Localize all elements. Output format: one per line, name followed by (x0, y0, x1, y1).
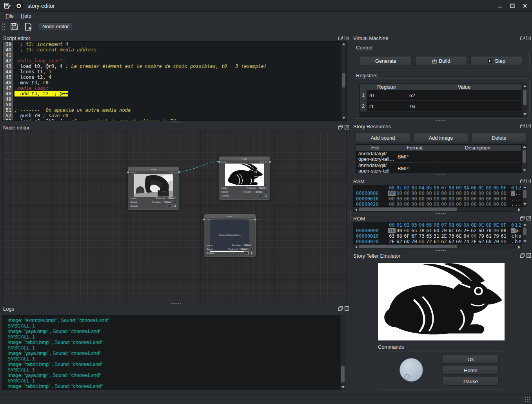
hex-byte[interactable]: 2E (388, 239, 396, 244)
media-node-3[interactable]: Node Port In Port Out Image will appear … (204, 214, 256, 257)
outputs-value[interactable]: 1 (167, 204, 174, 207)
hex-byte[interactable]: 73 (448, 233, 455, 239)
hex-byte[interactable]: 62 (448, 239, 455, 244)
close-panel-icon[interactable] (344, 125, 349, 129)
hex-byte[interactable]: 00 (410, 202, 418, 207)
hex-byte[interactable]: 6D (403, 239, 410, 244)
close-panel-icon[interactable] (526, 35, 531, 40)
value-column-header[interactable]: Value (407, 84, 522, 90)
ok-button[interactable]: Ok (443, 355, 499, 364)
script-editor-scrollbar[interactable] (341, 42, 346, 120)
logs-scrollbar[interactable] (340, 315, 345, 390)
hex-byte[interactable]: 00 (433, 191, 440, 196)
resource-description[interactable] (434, 151, 521, 162)
ram-hex-view[interactable]: 000102030405060708090A0B0C0D0E0F01200000… (353, 185, 522, 207)
media-node-2[interactable]: Node Port In Port Out Image TextLabel Se… (219, 157, 270, 200)
hex-byte[interactable]: 00 (403, 228, 410, 233)
hex-byte[interactable]: 00 (470, 196, 478, 202)
hex-byte[interactable]: 00 (418, 196, 425, 202)
hex-byte[interactable]: 00 (433, 196, 440, 202)
hex-byte[interactable]: 00 (500, 191, 507, 196)
resources-table[interactable]: File Format Description /mnt/data/git/op… (356, 144, 522, 173)
hex-byte[interactable]: 00 (500, 196, 507, 202)
hex-byte[interactable]: 00 (455, 191, 463, 196)
float-panel-icon[interactable] (520, 216, 525, 220)
hex-byte[interactable]: 00 (448, 202, 455, 207)
script-editor[interactable]: 39 ; t2: increment 440 ; t3: current med… (2, 41, 347, 121)
hex-byte[interactable]: 6F (403, 233, 410, 239)
hex-byte[interactable]: 00 (478, 191, 485, 196)
float-panel-icon[interactable] (520, 178, 525, 183)
hex-byte[interactable]: 65 (455, 228, 463, 233)
hex-byte[interactable]: 00 (396, 191, 403, 196)
hex-byte[interactable]: 00 (492, 202, 500, 207)
add-sound-button[interactable]: Add sound (356, 133, 410, 142)
hex-byte[interactable]: 00 (403, 191, 410, 196)
hex-byte[interactable]: 74 (463, 239, 470, 244)
register-row[interactable]: 1r052 (360, 90, 522, 101)
rom-vscrollbar[interactable] (522, 222, 527, 244)
port-out-dot[interactable] (254, 218, 256, 220)
hex-byte[interactable]: 00 (418, 202, 425, 207)
hex-byte[interactable]: 00 (478, 202, 485, 207)
hex-byte[interactable]: 00 (418, 191, 425, 196)
hex-byte[interactable]: 79 (478, 233, 485, 239)
float-panel-icon[interactable] (338, 35, 343, 40)
outputs-stepper[interactable] (251, 251, 253, 255)
menu-help[interactable]: Help (21, 13, 31, 19)
register-row[interactable]: 2r116 (360, 101, 522, 112)
new-file-icon[interactable] (23, 22, 33, 32)
hex-byte[interactable]: 6D (433, 228, 440, 233)
registers-scrollbar[interactable] (522, 84, 527, 117)
hex-byte[interactable]: 2E (440, 233, 448, 239)
registers-table[interactable]: Register Value 1r0522r116 (360, 84, 522, 117)
hex-byte[interactable]: 64 (463, 233, 470, 239)
hex-byte[interactable]: 00 (485, 202, 492, 207)
node-editor-toolbar-button[interactable]: Node editor (38, 22, 73, 31)
home-button[interactable]: Home (443, 366, 499, 375)
select-sound-button[interactable]: Select (163, 201, 173, 204)
port-out-dot[interactable] (269, 161, 271, 163)
hex-byte[interactable]: 00 (448, 191, 455, 196)
resource-file[interactable]: /mnt/data/git/open-story-tell (356, 163, 395, 173)
outputs-stepper[interactable] (265, 194, 267, 197)
resource-description[interactable] (434, 163, 521, 173)
hex-byte[interactable]: 00 (455, 196, 463, 202)
hex-byte[interactable]: 00 (410, 191, 418, 196)
title-bar[interactable]: story-editor (0, 0, 532, 12)
outputs-value[interactable]: 1 (244, 251, 250, 255)
splitter-handle[interactable] (435, 250, 446, 251)
port-in-dot[interactable] (203, 218, 205, 220)
float-panel-icon[interactable] (520, 35, 525, 40)
hex-byte[interactable]: 62 (396, 239, 403, 244)
node-canvas[interactable]: Node Port In Port Out Image TextLabel Se… (2, 131, 347, 302)
hex-byte[interactable]: 79 (492, 233, 500, 239)
hex-byte[interactable]: 08 (500, 228, 507, 233)
hex-byte[interactable]: 62 (470, 228, 478, 233)
hex-byte[interactable]: 70 (492, 239, 500, 244)
hex-byte[interactable]: 00 (403, 196, 410, 202)
hex-byte[interactable]: 6C (448, 228, 455, 233)
node-title[interactable]: Node (219, 157, 270, 160)
pause-button[interactable]: Pause (443, 377, 499, 386)
scrollbar-thumb[interactable] (341, 366, 345, 382)
hex-byte[interactable]: 00 (463, 196, 470, 202)
hex-byte[interactable]: 00 (470, 233, 478, 239)
float-panel-icon[interactable] (338, 125, 343, 129)
register-column-header[interactable]: Register (367, 84, 407, 90)
hex-byte[interactable]: 61 (485, 233, 492, 239)
hex-byte[interactable]: 70 (410, 239, 418, 244)
selected-hex-byte[interactable]: 16 (388, 228, 396, 233)
splitter-handle[interactable] (171, 302, 182, 304)
close-button[interactable] (519, 1, 530, 11)
hex-byte[interactable]: 00 (425, 202, 433, 207)
ram-vscrollbar[interactable] (522, 185, 527, 207)
hex-byte[interactable]: 00 (440, 196, 448, 202)
hex-byte[interactable]: 00 (388, 202, 396, 207)
hex-byte[interactable]: 00 (388, 196, 396, 202)
media-node-1[interactable]: Node Port In Port Out Image TextLabel Se… (128, 167, 179, 210)
hex-byte[interactable]: 00 (463, 191, 470, 196)
hex-byte[interactable]: 00 (410, 196, 418, 202)
hex-byte[interactable]: 00 (500, 202, 507, 207)
hex-byte[interactable]: 6D (485, 239, 492, 244)
